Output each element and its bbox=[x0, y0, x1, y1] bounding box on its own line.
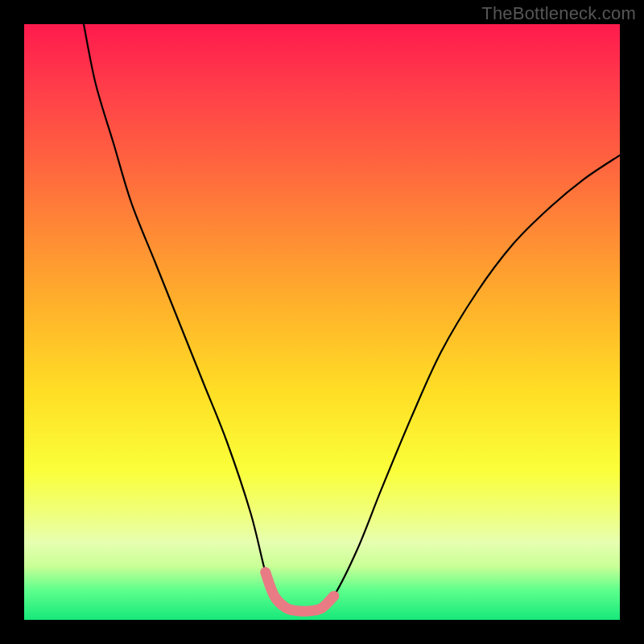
watermark-text: TheBottleneck.com bbox=[481, 3, 636, 24]
chart-frame: TheBottleneck.com bbox=[0, 0, 644, 644]
curve-svg bbox=[24, 24, 620, 620]
plot-area bbox=[24, 24, 620, 620]
black-curve-path bbox=[84, 24, 620, 611]
pink-highlight-path bbox=[266, 572, 334, 612]
